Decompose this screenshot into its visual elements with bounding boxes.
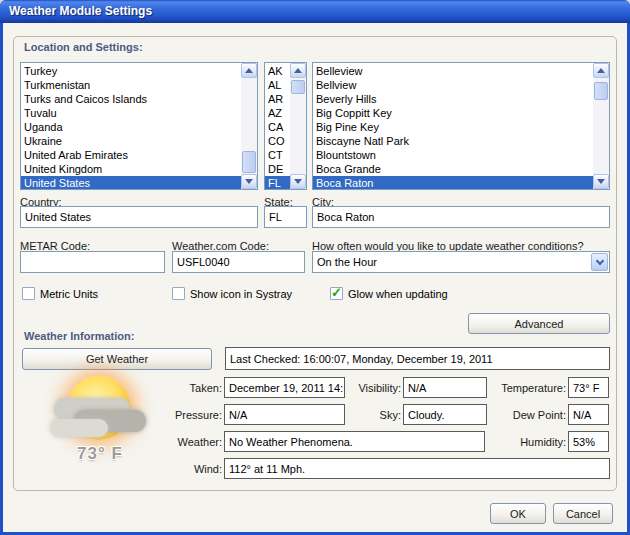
ok-button[interactable]: OK xyxy=(490,503,546,524)
temperature-value: 73° F xyxy=(568,377,609,398)
taken-label: Taken: xyxy=(150,382,222,394)
state-scroll-thumb[interactable] xyxy=(291,80,305,94)
list-item[interactable]: AK xyxy=(265,64,290,78)
checkbox-label: Metric Units xyxy=(40,288,98,300)
weather-module-settings-window: Weather Module Settings Location and Set… xyxy=(0,0,630,535)
checkbox-box[interactable]: ✓ xyxy=(172,287,185,300)
list-item[interactable]: Ukraine xyxy=(21,134,241,148)
chevron-down-icon xyxy=(595,256,603,264)
pressure-value: N/A xyxy=(224,404,345,425)
dew-point-label: Dew Point: xyxy=(480,409,566,421)
state-scrollbar[interactable] xyxy=(290,63,306,189)
check-icon: ✓ xyxy=(331,286,342,299)
list-item[interactable]: FL xyxy=(265,176,290,189)
scroll-down-icon[interactable] xyxy=(241,174,257,189)
list-item[interactable]: Boca Grande xyxy=(313,162,593,176)
list-item[interactable]: Turkmenistan xyxy=(21,78,241,92)
get-weather-button[interactable]: Get Weather xyxy=(22,348,212,370)
state-scroll-track[interactable] xyxy=(290,78,306,174)
pressure-label: Pressure: xyxy=(150,409,222,421)
humidity-value: 53% xyxy=(568,431,609,452)
city-scroll-thumb[interactable] xyxy=(594,82,608,100)
checkbox-label: Glow when updating xyxy=(348,288,448,300)
list-item[interactable]: Blountstown xyxy=(313,148,593,162)
temperature-label: Temperature: xyxy=(480,382,566,394)
cancel-button[interactable]: Cancel xyxy=(553,503,613,524)
city-input[interactable] xyxy=(312,206,610,228)
weather-information-label: Weather Information: xyxy=(24,330,134,342)
icon-temperature-label: 73° F xyxy=(48,444,152,464)
scroll-down-icon[interactable] xyxy=(290,174,306,189)
cloud-icon xyxy=(50,419,108,437)
update-frequency-value: On the Hour xyxy=(313,256,591,268)
city-list-items: BelleviewBellviewBeverly HillsBig Coppit… xyxy=(313,63,593,189)
list-item[interactable]: Bellview xyxy=(313,78,593,92)
taken-value: December 19, 2011 14: xyxy=(224,377,345,398)
state-list-items: AKALARAZCACOCTDEFL xyxy=(265,63,290,189)
list-item[interactable]: Turks and Caicos Islands xyxy=(21,92,241,106)
visibility-label: Visibility: xyxy=(330,382,401,394)
last-checked-display: Last Checked: 16:00:07, Monday, December… xyxy=(225,347,610,370)
checkbox-label: Show icon in Systray xyxy=(190,288,292,300)
city-scroll-track[interactable] xyxy=(593,78,609,174)
city-scrollbar[interactable] xyxy=(593,63,609,189)
advanced-button[interactable]: Advanced xyxy=(468,313,610,334)
list-item[interactable]: Big Coppitt Key xyxy=(313,106,593,120)
checkbox-box[interactable]: ✓ xyxy=(22,287,35,300)
list-item[interactable]: CA xyxy=(265,120,290,134)
scroll-up-icon[interactable] xyxy=(241,63,257,78)
checkbox-box[interactable]: ✓ xyxy=(330,287,343,300)
window-title: Weather Module Settings xyxy=(9,4,152,18)
glow-when-updating-checkbox[interactable]: ✓ Glow when updating xyxy=(330,287,448,300)
systray-icon-checkbox[interactable]: ✓ Show icon in Systray xyxy=(172,287,292,300)
list-item[interactable]: AZ xyxy=(265,106,290,120)
wind-value: 112° at 11 Mph. xyxy=(224,458,610,479)
dew-point-value: N/A xyxy=(568,404,609,425)
weather-label: Weather: xyxy=(150,436,222,448)
humidity-label: Humidity: xyxy=(480,436,566,448)
metric-units-checkbox[interactable]: ✓ Metric Units xyxy=(22,287,98,300)
titlebar[interactable]: Weather Module Settings xyxy=(0,0,630,23)
list-item[interactable]: CT xyxy=(265,148,290,162)
wind-label: Wind: xyxy=(150,463,222,475)
list-item[interactable]: Big Pine Key xyxy=(313,120,593,134)
country-scrollbar[interactable] xyxy=(241,63,257,189)
location-settings-label: Location and Settings: xyxy=(24,41,143,53)
weather-value: No Weather Phenomena. xyxy=(224,431,485,452)
list-item[interactable]: CO xyxy=(265,134,290,148)
sky-label: Sky: xyxy=(330,409,401,421)
list-item[interactable]: United Arab Emirates xyxy=(21,148,241,162)
state-listbox[interactable]: AKALARAZCACOCTDEFL xyxy=(264,62,307,190)
city-listbox[interactable]: BelleviewBellviewBeverly HillsBig Coppit… xyxy=(312,62,610,190)
list-item[interactable]: Uganda xyxy=(21,120,241,134)
list-item[interactable]: Tuvalu xyxy=(21,106,241,120)
country-input[interactable] xyxy=(20,206,258,228)
country-scroll-thumb[interactable] xyxy=(242,151,256,173)
combo-dropdown-button[interactable] xyxy=(591,253,608,271)
list-item[interactable]: Turkey xyxy=(21,64,241,78)
list-item[interactable]: Boca Raton xyxy=(313,176,593,189)
update-frequency-select[interactable]: On the Hour xyxy=(312,251,610,273)
sky-value: Cloudy. xyxy=(403,404,487,425)
list-item[interactable]: Belleview xyxy=(313,64,593,78)
list-item[interactable]: United Kingdom xyxy=(21,162,241,176)
scroll-up-icon[interactable] xyxy=(593,63,609,78)
state-input[interactable] xyxy=(264,206,307,228)
scroll-up-icon[interactable] xyxy=(290,63,306,78)
list-item[interactable]: AL xyxy=(265,78,290,92)
country-list-items: TurkeyTurkmenistanTurks and Caicos Islan… xyxy=(21,63,241,189)
list-item[interactable]: AR xyxy=(265,92,290,106)
weathercom-code-input[interactable] xyxy=(172,251,305,273)
partly-cloudy-icon: 73° F xyxy=(48,372,152,470)
list-item[interactable]: DE xyxy=(265,162,290,176)
metar-code-input[interactable] xyxy=(20,251,165,273)
list-item[interactable]: Biscayne Natl Park xyxy=(313,134,593,148)
country-scroll-track[interactable] xyxy=(241,78,257,174)
scroll-down-icon[interactable] xyxy=(593,174,609,189)
list-item[interactable]: United States xyxy=(21,176,241,189)
country-listbox[interactable]: TurkeyTurkmenistanTurks and Caicos Islan… xyxy=(20,62,258,190)
list-item[interactable]: Beverly Hills xyxy=(313,92,593,106)
visibility-value: N/A xyxy=(403,377,487,398)
